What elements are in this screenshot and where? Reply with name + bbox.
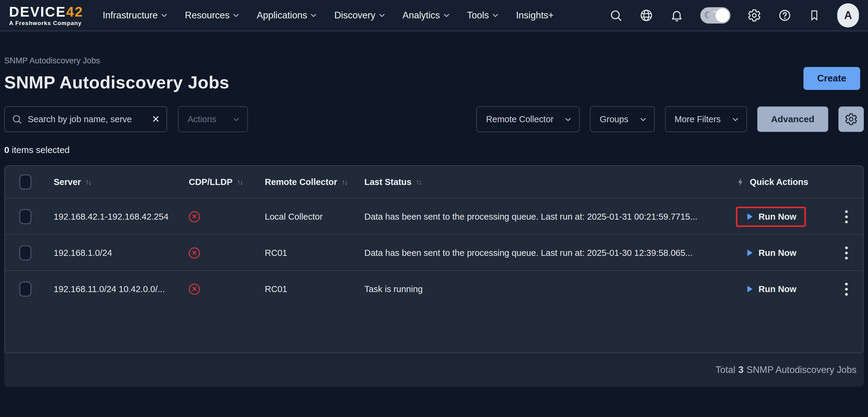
remote-collector-dropdown[interactable]: Remote Collector [476, 106, 580, 132]
lightning-icon [736, 177, 745, 187]
search-icon[interactable] [609, 9, 622, 22]
moon-icon: ☾ [704, 10, 712, 20]
last-status-cell: Data has been sent to the processing que… [364, 199, 703, 235]
bell-icon[interactable] [670, 9, 683, 22]
table-header-row: Server↑↓ CDP/LLDP↑↓ Remote Collector↑↓ L… [5, 166, 863, 198]
chevron-down-icon [444, 11, 449, 17]
create-button[interactable]: Create [803, 67, 861, 90]
sort-icon[interactable]: ↑↓ [237, 178, 243, 186]
nav-discovery[interactable]: Discovery [334, 10, 384, 21]
kebab-icon[interactable] [842, 280, 851, 299]
gear-icon [844, 113, 858, 126]
sort-icon[interactable]: ↑↓ [85, 178, 91, 186]
sort-icon[interactable]: ↑↓ [341, 178, 347, 186]
magnifier-icon [11, 114, 22, 125]
page-head: SNMP Autodiscovery Jobs SNMP Autodiscove… [4, 31, 864, 92]
col-last-status: Last Status [364, 177, 411, 187]
topbar-icon-cluster: ☾ ✦ A [609, 3, 859, 27]
server-cell: 192.168.11.0/24 10.42.0.0/... [46, 284, 181, 294]
main-nav: Infrastructure Resources Applications Di… [102, 10, 553, 21]
jobs-table-zone: Server↑↓ CDP/LLDP↑↓ Remote Collector↑↓ L… [4, 166, 864, 387]
nav-analytics[interactable]: Analytics [403, 10, 448, 21]
more-filters-dropdown[interactable]: More Filters [665, 106, 747, 132]
globe-icon[interactable] [640, 8, 653, 22]
table-footer: Total 3 SNMP Autodiscovery Jobs [4, 353, 864, 387]
user-avatar[interactable]: A [837, 3, 859, 27]
error-x-icon: ✕ [189, 284, 200, 295]
search-input[interactable] [28, 114, 146, 124]
remote-collector-cell: Local Collector [257, 212, 356, 222]
table-settings-button[interactable] [838, 107, 864, 132]
gear-icon[interactable] [747, 8, 761, 22]
row-checkbox[interactable] [19, 209, 31, 224]
remote-collector-cell: RC01 [257, 284, 356, 294]
error-x-icon: ✕ [189, 211, 200, 222]
last-status-cell: Data has been sent to the processing que… [364, 235, 699, 271]
chevron-down-icon [234, 11, 239, 17]
col-server: Server [54, 177, 81, 187]
chevron-down-icon [234, 116, 239, 121]
run-now-button-highlighted[interactable]: Run Now [736, 207, 806, 227]
toggle-knob [715, 8, 729, 22]
chevron-down-icon [565, 116, 571, 121]
help-icon[interactable] [778, 9, 792, 22]
sort-icon[interactable]: ↑↓ [415, 178, 421, 186]
jobs-table: Server↑↓ CDP/LLDP↑↓ Remote Collector↑↓ L… [4, 166, 864, 353]
advanced-button[interactable]: Advanced [757, 107, 828, 132]
nav-insights-plus[interactable]: Insights+ [516, 10, 554, 21]
cdp-cell: ✕ [181, 211, 257, 222]
col-cdp-lldp: CDP/LLDP [189, 177, 232, 187]
table-row: 192.168.11.0/24 10.42.0.0/... ✕ RC01 Tas… [5, 270, 863, 306]
run-now-button[interactable]: Run Now [736, 279, 806, 299]
server-cell: 192.168.42.1-192.168.42.254 [46, 212, 181, 222]
server-cell: 192.168.1.0/24 [46, 248, 181, 258]
total-count: 3 [738, 364, 743, 375]
page-title: SNMP Autodiscovery Jobs [4, 72, 864, 92]
row-checkbox[interactable] [19, 281, 31, 297]
topbar: DEVICE42 A Freshworks Company Infrastruc… [0, 0, 868, 31]
table-row: 192.168.42.1-192.168.42.254 ✕ Local Coll… [5, 198, 863, 234]
chevron-down-icon [161, 11, 167, 17]
nav-resources[interactable]: Resources [185, 10, 238, 21]
nav-tools[interactable]: Tools [467, 10, 497, 21]
cdp-cell: ✕ [181, 284, 257, 295]
select-all-checkbox[interactable] [19, 174, 31, 189]
last-status-cell: Task is running [364, 271, 429, 307]
chevron-down-icon [733, 116, 738, 121]
col-quick-actions: Quick Actions [750, 177, 808, 187]
chevron-down-icon [493, 11, 498, 17]
remote-collector-cell: RC01 [257, 248, 356, 258]
clear-search-icon[interactable]: ✕ [152, 114, 160, 124]
row-checkbox[interactable] [19, 245, 31, 260]
play-icon [745, 284, 754, 294]
actions-dropdown[interactable]: Actions [178, 106, 248, 132]
play-icon [745, 248, 754, 258]
selection-count: 0 items selected [4, 145, 864, 155]
theme-toggle[interactable]: ☾ ✦ [700, 7, 731, 24]
nav-infrastructure[interactable]: Infrastructure [102, 10, 166, 21]
groups-dropdown[interactable]: Groups [590, 106, 654, 132]
col-remote-collector: Remote Collector [265, 177, 337, 187]
logo-brand-42: 42 [66, 4, 83, 20]
search-box: ✕ [4, 106, 167, 132]
page-content: SNMP Autodiscovery Jobs SNMP Autodiscove… [0, 31, 868, 387]
kebab-icon[interactable] [842, 207, 851, 226]
chevron-down-icon [379, 11, 384, 17]
play-icon [745, 212, 754, 221]
run-now-button[interactable]: Run Now [736, 243, 806, 263]
breadcrumb[interactable]: SNMP Autodiscovery Jobs [4, 56, 864, 65]
logo-brand: DEVICE42 [9, 5, 83, 19]
logo-tagline: A Freshworks Company [9, 20, 83, 26]
bookmark-icon[interactable] [808, 9, 820, 22]
filter-row: ✕ Actions Remote Collector Groups More F… [4, 106, 864, 132]
right-filters: Remote Collector Groups More Filters Adv… [476, 106, 864, 132]
table-row: 192.168.1.0/24 ✕ RC01 Data has been sent… [5, 234, 863, 270]
nav-applications[interactable]: Applications [257, 10, 315, 21]
device42-logo[interactable]: DEVICE42 A Freshworks Company [9, 5, 83, 26]
chevron-down-icon [640, 116, 646, 121]
chevron-down-icon [311, 11, 316, 17]
cdp-cell: ✕ [181, 247, 257, 259]
kebab-icon[interactable] [842, 243, 851, 263]
table-empty-area [5, 306, 863, 352]
error-x-icon: ✕ [189, 247, 200, 259]
